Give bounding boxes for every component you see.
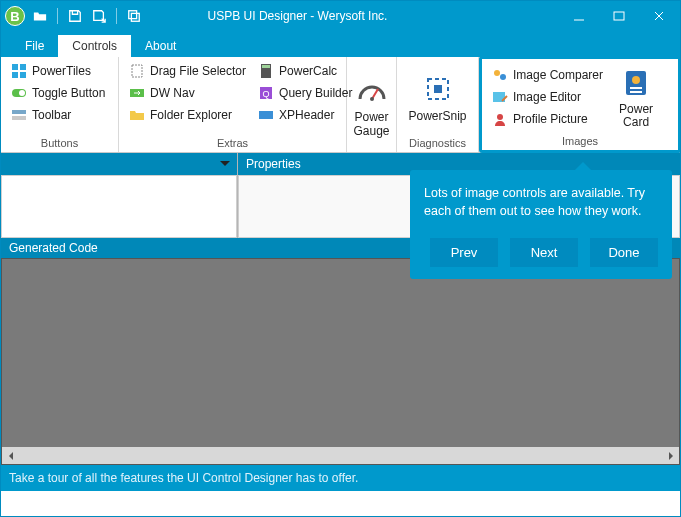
group-label: Diagnostics xyxy=(403,135,472,152)
save-as-icon[interactable] xyxy=(90,7,108,25)
svg-rect-17 xyxy=(259,111,273,119)
ribbon-group-images: Image Comparer Image Editor Profile Pict… xyxy=(479,56,681,153)
tour-prev-button[interactable]: Prev xyxy=(430,238,498,267)
svg-rect-6 xyxy=(20,72,26,78)
svg-rect-3 xyxy=(12,64,18,70)
label: Query Builder xyxy=(279,86,352,100)
btn-image-comparer[interactable]: Image Comparer xyxy=(488,65,607,85)
svg-point-26 xyxy=(632,76,640,84)
status-text: Take a tour of all the features the UI C… xyxy=(9,471,358,485)
app-window: B USPB UI Designer - Werysoft Inc. File … xyxy=(0,0,681,517)
tiles-icon xyxy=(11,63,27,79)
dw-nav-icon xyxy=(129,85,145,101)
label: Drag File Selector xyxy=(150,64,246,78)
card-icon xyxy=(620,67,652,99)
svg-rect-14 xyxy=(262,65,270,68)
svg-rect-5 xyxy=(12,72,18,78)
label: Profile Picture xyxy=(513,112,588,126)
label: Power Card xyxy=(619,103,653,129)
btn-xpheader[interactable]: XPHeader xyxy=(254,105,356,125)
calc-icon xyxy=(258,63,274,79)
snip-icon xyxy=(422,73,454,105)
open-folder-icon[interactable] xyxy=(31,7,49,25)
toolbar-icon xyxy=(11,107,27,123)
callout-text: Lots of image controls are available. Tr… xyxy=(424,184,658,220)
ribbon: PowerTiles Toggle Button Toolbar Buttons xyxy=(1,57,680,153)
xpheader-icon xyxy=(258,107,274,123)
svg-rect-9 xyxy=(12,110,26,114)
ribbon-group-diagnostics: PowerSnip Diagnostics xyxy=(397,57,479,152)
generated-code-body xyxy=(1,258,680,465)
svg-rect-2 xyxy=(614,12,624,20)
btn-drag-file-selector[interactable]: Drag File Selector xyxy=(125,61,250,81)
tour-next-button[interactable]: Next xyxy=(510,238,578,267)
gauge-icon xyxy=(356,75,388,107)
close-button[interactable] xyxy=(642,1,676,31)
group-label: Extras xyxy=(125,135,340,152)
drag-file-icon xyxy=(129,63,145,79)
svg-rect-4 xyxy=(20,64,26,70)
svg-rect-11 xyxy=(132,65,142,77)
ribbon-group-buttons: PowerTiles Toggle Button Toolbar Buttons xyxy=(1,57,119,152)
svg-point-22 xyxy=(500,74,506,80)
copy-icon[interactable] xyxy=(125,7,143,25)
separator xyxy=(116,8,117,24)
label: Toolbar xyxy=(32,108,71,122)
btn-powercalc[interactable]: PowerCalc xyxy=(254,61,356,81)
window-title: USPB UI Designer - Werysoft Inc. xyxy=(149,9,556,23)
image-comparer-icon xyxy=(492,67,508,83)
horizontal-scrollbar[interactable] xyxy=(2,447,679,464)
btn-folder-explorer[interactable]: Folder Explorer xyxy=(125,105,250,125)
group-label: Buttons xyxy=(7,135,112,152)
btn-toolbar[interactable]: Toolbar xyxy=(7,105,109,125)
menu-controls[interactable]: Controls xyxy=(58,35,131,57)
btn-dw-nav[interactable]: DW Nav xyxy=(125,83,250,103)
label: PowerCalc xyxy=(279,64,337,78)
svg-point-8 xyxy=(19,90,25,96)
svg-point-19 xyxy=(370,97,374,101)
svg-rect-27 xyxy=(630,87,642,89)
label: XPHeader xyxy=(279,108,334,122)
save-icon[interactable] xyxy=(66,7,84,25)
toolbox-body xyxy=(1,175,237,238)
btn-profile-picture[interactable]: Profile Picture xyxy=(488,109,607,129)
status-bar: Take a tour of all the features the UI C… xyxy=(1,465,680,491)
btn-powersnip[interactable]: PowerSnip xyxy=(402,61,472,135)
toggle-icon xyxy=(11,85,27,101)
query-icon: Q xyxy=(258,85,274,101)
folder-icon xyxy=(129,107,145,123)
tour-callout: Lots of image controls are available. Tr… xyxy=(410,170,672,279)
svg-point-24 xyxy=(497,114,503,120)
image-editor-icon xyxy=(492,89,508,105)
btn-powertiles[interactable]: PowerTiles xyxy=(7,61,109,81)
label: PowerSnip xyxy=(408,109,466,123)
group-label: Images xyxy=(488,133,672,150)
menu-file[interactable]: File xyxy=(11,35,58,57)
scroll-right-icon[interactable] xyxy=(662,447,679,464)
btn-query-builder[interactable]: Q Query Builder xyxy=(254,83,356,103)
menu-about[interactable]: About xyxy=(131,35,190,57)
svg-rect-28 xyxy=(630,91,642,93)
profile-picture-icon xyxy=(492,111,508,127)
svg-rect-1 xyxy=(131,13,139,21)
label: Folder Explorer xyxy=(150,108,232,122)
separator xyxy=(57,8,58,24)
label: PowerTiles xyxy=(32,64,91,78)
minimize-button[interactable] xyxy=(562,1,596,31)
svg-rect-10 xyxy=(12,116,26,120)
svg-point-21 xyxy=(494,70,500,76)
btn-power-gauge[interactable]: Power Gauge xyxy=(347,61,395,152)
svg-text:Q: Q xyxy=(263,89,270,99)
maximize-button[interactable] xyxy=(602,1,636,31)
btn-image-editor[interactable]: Image Editor xyxy=(488,87,607,107)
btn-toggle-button[interactable]: Toggle Button xyxy=(7,83,109,103)
titlebar: B USPB UI Designer - Werysoft Inc. xyxy=(1,1,680,31)
scroll-left-icon[interactable] xyxy=(2,447,19,464)
label: Image Comparer xyxy=(513,68,603,82)
svg-rect-0 xyxy=(129,11,137,19)
label: Power Gauge xyxy=(353,111,389,137)
toolbox-dropdown[interactable] xyxy=(1,153,237,175)
tour-done-button[interactable]: Done xyxy=(590,238,658,267)
btn-power-card[interactable]: Power Card xyxy=(613,63,659,133)
ribbon-group-power-gauge: Power Gauge xyxy=(347,57,397,152)
